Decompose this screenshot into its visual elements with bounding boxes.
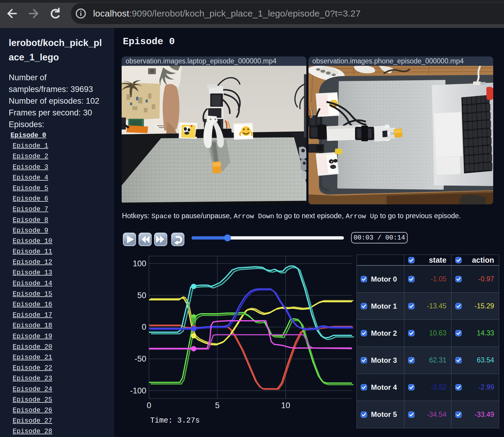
svg-text:0: 0 [147,401,151,410]
svg-text:-50: -50 [135,354,146,363]
svg-text:-100: -100 [130,386,146,395]
svg-text:0: 0 [142,322,146,332]
svg-text:100: 100 [133,259,146,268]
svg-text:10: 10 [281,401,290,410]
svg-text:5: 5 [215,401,220,410]
svg-text:50: 50 [137,291,146,300]
